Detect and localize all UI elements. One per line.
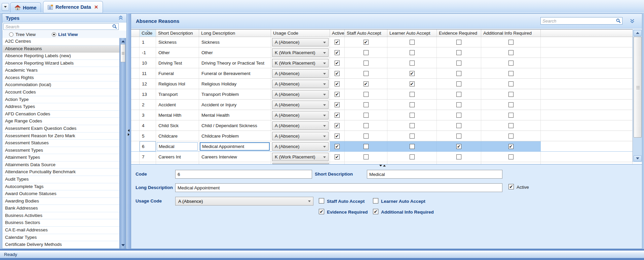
cell-staff-auto-accept-checkbox[interactable]: [364, 92, 369, 97]
cell-long-description[interactable]: Accident or Injury: [199, 100, 271, 110]
cell-usage-code[interactable]: K (Work Placement): [271, 47, 330, 58]
sidebar-item[interactable]: Absence Reasons: [3, 45, 119, 53]
cell-learner-auto-accept[interactable]: [387, 131, 437, 141]
grid-row[interactable]: -1OtherOtherK (Work Placement): [131, 47, 633, 58]
header-short-description[interactable]: Short Description: [156, 30, 199, 37]
cell-evidence-required-checkbox[interactable]: [456, 144, 461, 149]
cell-short-description[interactable]: Transport: [156, 89, 199, 99]
cell-staff-auto-accept[interactable]: [345, 47, 387, 58]
cell-learner-auto-accept-checkbox[interactable]: [410, 123, 415, 128]
cell-code[interactable]: -1: [140, 47, 156, 58]
cell-learner-auto-accept-checkbox[interactable]: [410, 134, 415, 139]
cell-active-checkbox[interactable]: [335, 113, 340, 118]
inline-editor-focused[interactable]: Medical Appointment: [200, 142, 270, 151]
cell-learner-auto-accept[interactable]: [387, 89, 437, 99]
scroll-down-button[interactable]: [634, 155, 642, 161]
sidebar-item[interactable]: Business Activities: [3, 212, 119, 220]
grid-row[interactable]: 13TransportTransport ProblemA (Absence): [131, 89, 633, 100]
sidebar-item[interactable]: Action Type: [3, 96, 119, 104]
cell-active-checkbox[interactable]: [335, 40, 340, 45]
cell-short-description[interactable]: Mental Hlth: [156, 110, 199, 120]
cell-staff-auto-accept[interactable]: [345, 120, 387, 131]
cell-additional-info-required-checkbox[interactable]: [508, 71, 514, 76]
cell-evidence-required-checkbox[interactable]: [456, 50, 461, 55]
evidence-required-checkbox[interactable]: [319, 209, 324, 214]
cell-short-description[interactable]: Sickness: [156, 37, 199, 47]
types-scrollbar[interactable]: [119, 38, 126, 249]
cell-active[interactable]: [330, 89, 345, 99]
sidebar-item[interactable]: Audit Types: [3, 176, 119, 183]
grid-row[interactable]: 3Mental HlthMental HealthA (Absence): [131, 110, 633, 120]
cell-evidence-required-checkbox[interactable]: [456, 71, 461, 76]
types-search-input[interactable]: [3, 23, 119, 30]
cell-active-checkbox[interactable]: [335, 102, 340, 107]
sidebar-item[interactable]: Autocomplete Tags: [3, 183, 119, 191]
cell-active[interactable]: [330, 58, 345, 68]
sidebar-item[interactable]: Calendar Types: [3, 234, 119, 242]
sidebar-item[interactable]: Awarding Bodies: [3, 198, 119, 205]
cell-additional-info-required[interactable]: [481, 89, 541, 99]
sidebar-item[interactable]: Award Outcome Statuses: [3, 190, 119, 198]
header-evidence-required[interactable]: Evidence Required: [437, 30, 481, 37]
grid-row[interactable]: 11FuneralFuneral or BereavementA (Absenc…: [131, 68, 633, 79]
cell-staff-auto-accept-checkbox[interactable]: [364, 61, 369, 66]
cell-learner-auto-accept[interactable]: [387, 79, 437, 89]
cell-evidence-required-checkbox[interactable]: [456, 154, 461, 159]
cell-active[interactable]: [330, 37, 345, 47]
cell-staff-auto-accept[interactable]: [345, 141, 387, 151]
cell-short-description[interactable]: Other: [156, 47, 199, 58]
cell-additional-info-required[interactable]: [481, 47, 541, 58]
cell-learner-auto-accept-checkbox[interactable]: [410, 92, 415, 97]
panel-splitter[interactable]: [127, 13, 131, 249]
cell-staff-auto-accept[interactable]: [345, 58, 387, 68]
cell-evidence-required[interactable]: [437, 152, 481, 162]
cell-evidence-required[interactable]: [437, 120, 481, 131]
usage-code-dropdown[interactable]: A (Absence): [272, 90, 329, 99]
cell-additional-info-required[interactable]: [481, 110, 541, 120]
usage-code-dropdown[interactable]: A (Absence): [272, 121, 329, 130]
sidebar-item[interactable]: Absence Reporting Wizard Labels: [3, 60, 119, 67]
sidebar-item[interactable]: Age Range Codes: [3, 118, 119, 125]
usage-code-dropdown[interactable]: A (Absence): [272, 101, 329, 109]
cell-additional-info-required[interactable]: [481, 131, 541, 141]
cell-usage-code[interactable]: K (Work Placement): [271, 58, 330, 68]
cell-evidence-required-checkbox[interactable]: [456, 113, 461, 118]
cell-code[interactable]: 1: [140, 37, 156, 47]
cell-additional-info-required-checkbox[interactable]: [508, 81, 514, 86]
cell-learner-auto-accept-checkbox[interactable]: [410, 50, 415, 55]
cell-code[interactable]: 10: [140, 58, 156, 68]
header-active[interactable]: Active: [330, 30, 345, 37]
sidebar-item[interactable]: A2C Centres: [3, 38, 119, 45]
grid-row[interactable]: 6MedicalMedical AppointmentA (Absence): [131, 141, 633, 152]
cell-learner-auto-accept-checkbox[interactable]: [410, 144, 415, 149]
cell-active-checkbox[interactable]: [335, 61, 340, 66]
cell-staff-auto-accept[interactable]: [345, 110, 387, 120]
cell-learner-auto-accept[interactable]: [387, 120, 437, 131]
cell-usage-code[interactable]: A (Absence): [271, 89, 330, 99]
usage-code-dropdown[interactable]: K (Work Placement): [272, 48, 329, 57]
cell-additional-info-required[interactable]: [481, 100, 541, 110]
cell-additional-info-required[interactable]: [481, 68, 541, 78]
cell-staff-auto-accept-checkbox[interactable]: [364, 154, 369, 159]
sidebar-item[interactable]: Accommodation (local): [3, 81, 119, 89]
cell-staff-auto-accept-checkbox[interactable]: [364, 81, 369, 86]
cell-short-description[interactable]: Careers Int: [156, 152, 199, 162]
cell-learner-auto-accept-checkbox[interactable]: [410, 40, 415, 45]
cell-long-description[interactable]: Transport Problem: [199, 89, 271, 99]
cell-active-checkbox[interactable]: [335, 50, 340, 55]
search-options-icon[interactable]: [630, 18, 635, 23]
cell-additional-info-required-checkbox[interactable]: [508, 102, 514, 107]
header-learner-auto-accept[interactable]: Learner Auto Accept: [387, 30, 437, 37]
cell-short-description[interactable]: Child Sick: [156, 120, 199, 131]
cell-active-checkbox[interactable]: [335, 71, 340, 76]
cell-long-description[interactable]: Funeral or Bereavement: [199, 68, 271, 78]
grid-row[interactable]: 12Religious HolReligious HolidayA (Absen…: [131, 79, 633, 89]
form-splitter-handle[interactable]: [379, 165, 386, 166]
list-view-radio[interactable]: [52, 32, 56, 37]
cell-code[interactable]: 13: [140, 89, 156, 99]
sidebar-item[interactable]: Business Sectors: [3, 219, 119, 227]
cell-staff-auto-accept-checkbox[interactable]: [364, 113, 369, 118]
cell-long-description[interactable]: Driving Theory or Practical Test: [199, 58, 271, 68]
cell-additional-info-required-checkbox[interactable]: [508, 92, 514, 97]
sidebar-item[interactable]: Bank Addresses: [3, 205, 119, 212]
